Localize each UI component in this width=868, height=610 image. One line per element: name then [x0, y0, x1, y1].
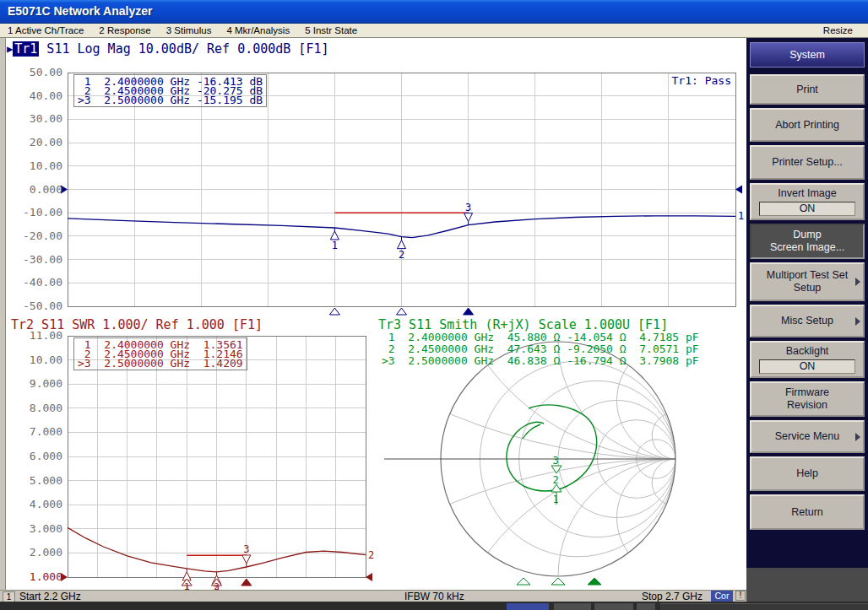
plot-area — [0, 38, 746, 590]
tr3-marker-row: 2 2.4500000 GHz 47.643 Ω -9.2050 Ω 7.057… — [382, 343, 699, 355]
tr3-marker-row: 1 2.4000000 GHz 45.880 Ω -14.054 Ω 4.718… — [382, 332, 699, 343]
menu-item-2[interactable]: 2 Response — [91, 24, 158, 36]
softkey-multiport-test-set-setup[interactable]: Multiport Test SetSetup — [750, 262, 865, 301]
softkey-sidebar: SystemPrintAbort PrintingPrinter Setup..… — [746, 38, 868, 602]
softkey-state: ON — [759, 359, 855, 374]
softkey-label: System — [789, 49, 825, 62]
softkey-label: Setup — [794, 282, 822, 294]
start-frequency-label: Start 2.2 GHz — [19, 591, 81, 602]
tr2-y-tick: 10.00 — [30, 354, 62, 366]
softkey-return[interactable]: Return — [750, 494, 865, 530]
tr1-marker-row: >3 2.5000000 GHz -15.195 dB — [78, 95, 263, 105]
tr1-marker-table: 1 2.4000000 GHz -16.413 dB 2 2.4500000 G… — [73, 74, 267, 107]
tr2-y-tick: 4.000 — [30, 498, 62, 510]
taskbar-box — [637, 603, 655, 610]
tr2-marker-row: >3 2.5000000 GHz 1.4209 — [78, 359, 243, 368]
softkey-misc-setup[interactable]: Misc Setup — [750, 305, 865, 337]
tr2-y-axis: 11.0010.009.0008.0007.0006.0005.0004.000… — [0, 0, 62, 610]
softkey-label: Misc Setup — [781, 315, 833, 327]
tr3-marker-table: 1 2.4000000 GHz 45.880 Ω -14.054 Ω 4.718… — [382, 332, 699, 367]
tr2-y-tick: 8.000 — [30, 402, 62, 414]
taskbar-box — [554, 603, 591, 610]
submenu-arrow-icon — [855, 278, 860, 286]
status-bar: 1 Start 2.2 GHz IFBW 70 kHz Stop 2.7 GHz… — [0, 590, 746, 602]
correction-status-badge: Cor — [711, 591, 733, 602]
softkey-abort-printing[interactable]: Abort Printing — [750, 108, 865, 142]
softkey-label: Screen Image... — [770, 241, 844, 254]
menu-item-4[interactable]: 4 Mkr/Analysis — [219, 24, 297, 36]
softkey-help[interactable]: Help — [750, 456, 865, 491]
submenu-arrow-icon — [855, 433, 860, 441]
softkey-dump-screen-image[interactable]: DumpScreen Image... — [750, 224, 865, 259]
softkey-label: Dump — [793, 229, 821, 241]
menu-bar: 1 Active Ch/Trace2 Response3 Stimulus4 M… — [0, 24, 868, 38]
tr3-marker-row: >3 2.5000000 GHz 46.838 Ω -16.794 Ω 3.79… — [382, 355, 699, 367]
bottom-taskbar-strip — [0, 602, 868, 610]
ifbw-label: IFBW 70 kHz — [404, 591, 464, 602]
window-titlebar: E5071C Network Analyzer — [0, 0, 868, 24]
softkey-label: Invert Image — [778, 187, 836, 200]
softkey-printer-setup[interactable]: Printer Setup... — [750, 145, 865, 180]
tr2-y-tick: 3.000 — [30, 522, 62, 535]
tr2-y-tick: 11.00 — [30, 329, 62, 342]
softkey-label: Revision — [787, 399, 827, 412]
tr2-y-tick: 7.000 — [30, 425, 62, 438]
taskbar-box — [507, 603, 549, 610]
softkey-service-menu[interactable]: Service Menu — [750, 420, 865, 453]
tr2-y-tick: 1.000 — [30, 570, 62, 583]
submenu-arrow-icon — [855, 317, 860, 326]
softkey-state: ON — [759, 202, 855, 216]
taskbar-box — [594, 603, 633, 610]
tr2-marker-table: 1 2.4000000 GHz 1.3561 2 2.4500000 GHz 1… — [73, 337, 247, 370]
softkey-label: Abort Printing — [775, 119, 839, 132]
softkey-label: Help — [796, 467, 818, 480]
instrument-screen: E5071C Network Analyzer 1 Active Ch/Trac… — [0, 0, 868, 610]
stop-frequency-label: Stop 2.7 GHz — [642, 591, 703, 602]
tr2-y-tick: 9.000 — [30, 377, 62, 390]
menu-item-5[interactable]: 5 Instr State — [297, 24, 365, 36]
tr2-y-tick: 2.000 — [30, 546, 62, 559]
menu-item-3[interactable]: 3 Stimulus — [159, 24, 220, 36]
softkey-label: Backlight — [786, 345, 829, 358]
softkey-print[interactable]: Print — [750, 74, 865, 105]
alert-badge: ! — [735, 591, 746, 601]
tr1-limit-status: Tr1: Pass — [596, 74, 731, 87]
softkey-system[interactable]: System — [750, 42, 865, 67]
softkey-label: Return — [791, 506, 823, 519]
softkey-firmware-revision[interactable]: FirmwareRevision — [750, 381, 865, 417]
softkey-label: Firmware — [785, 386, 829, 399]
resize-button[interactable]: Resize — [823, 25, 853, 35]
tr2-params: S11 SWR 1.000/ Ref 1.000 [F1] — [34, 317, 263, 332]
softkey-backlight[interactable]: BacklightON — [750, 341, 865, 378]
tr2-y-tick: 5.000 — [30, 474, 62, 487]
softkey-label: Multiport Test Set — [767, 269, 848, 282]
softkey-label: Print — [796, 84, 818, 96]
tr1-params: S11 Log Mag 10.00dB/ Ref 0.000dB [F1] — [39, 41, 328, 57]
tr2-y-tick: 6.000 — [30, 450, 62, 462]
softkey-label: Service Menu — [775, 430, 839, 443]
taskbar-clock-area — [660, 603, 868, 610]
softkey-label: Printer Setup... — [772, 156, 842, 169]
softkey-invert-image[interactable]: Invert ImageON — [750, 183, 865, 220]
